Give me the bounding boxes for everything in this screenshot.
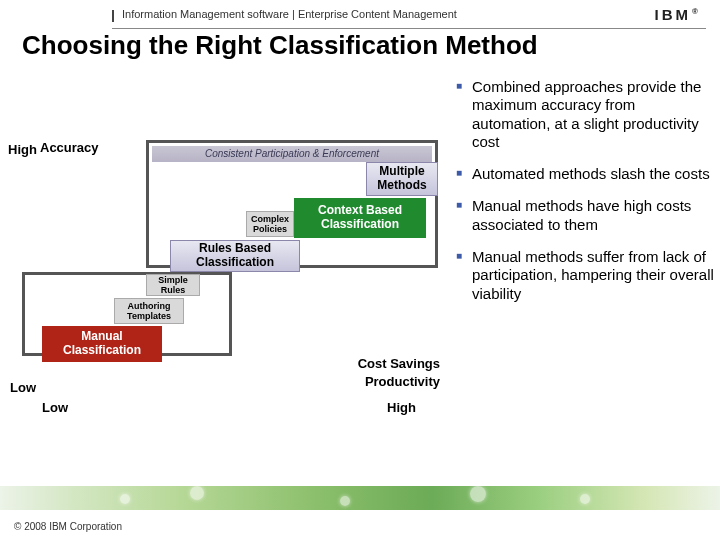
block-context-based: Context Based Classification [294,198,426,238]
block-multiple-methods: Multiple Methods [366,162,438,196]
x-axis-low-label: Low [42,400,68,415]
list-item: Combined approaches provide the maximum … [456,78,714,151]
list-item: Automated methods slash the costs [456,165,714,183]
x-axis-high-label: High [387,400,416,415]
x-axis-label-productivity: Productivity [365,374,440,389]
y-axis-low-label: Low [10,380,36,395]
block-manual-classification: Manual Classification [42,326,162,362]
slide: Information Management software | Enterp… [0,0,720,540]
x-axis-label-cost: Cost Savings [358,356,440,371]
block-rules-based: Rules Based Classification [170,240,300,272]
list-item: Manual methods suffer from lack of parti… [456,248,714,303]
logo-text: IBM [655,6,692,23]
registered-icon: ® [692,7,698,16]
block-complex-policies: Complex Policies [246,211,294,237]
header-rule-icon [112,10,114,22]
page-title: Choosing the Right Classification Method [22,30,538,61]
bullet-list: Combined approaches provide the maximum … [456,78,714,317]
block-authoring-templates: Authoring Templates [114,298,184,324]
ibm-logo: IBM® [655,6,698,23]
automated-region-caption: Consistent Participation & Enforcement [152,146,432,162]
list-item: Manual methods have high costs associate… [456,197,714,234]
header: Information Management software | Enterp… [0,6,720,28]
chart-area: High Accuracy Consistent Participation &… [6,118,446,418]
copyright: © 2008 IBM Corporation [14,521,122,532]
y-axis-label: Accuracy [40,140,99,155]
header-underline [112,28,706,29]
breadcrumb: Information Management software | Enterp… [122,8,457,20]
block-simple-rules: Simple Rules [146,274,200,296]
y-axis-high-label: High [8,142,37,157]
footer-band [0,486,720,510]
